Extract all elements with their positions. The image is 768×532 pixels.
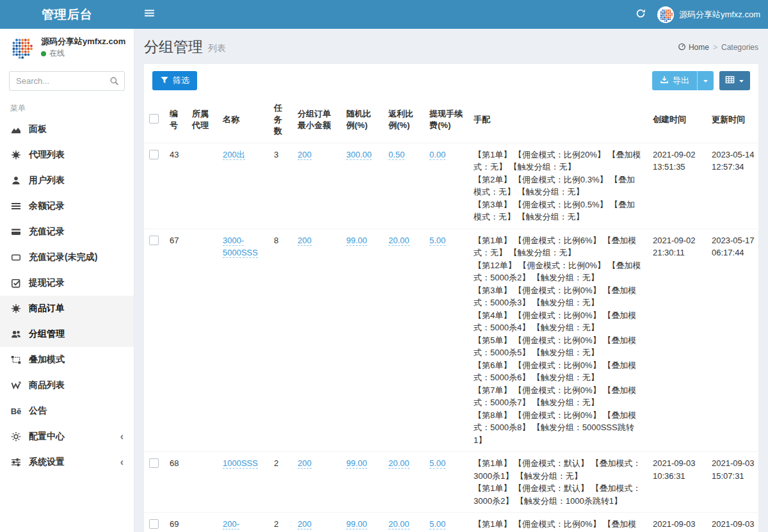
cell-rebate-ratio-link[interactable]: 20.00 [388,236,410,246]
sidebar-toggle-button[interactable] [134,0,164,29]
cell-withdraw-fee-link[interactable]: 5.00 [429,236,445,246]
column-header-2[interactable]: 名称 [218,97,269,143]
column-header-8[interactable]: 手配 [468,97,648,143]
row-checkbox[interactable] [149,150,159,159]
cell-withdraw-fee: 0.00 [424,143,468,229]
sidebar-item-label: 充值记录(未完成) [29,252,97,263]
cell-withdraw-fee-link[interactable]: 0.00 [429,150,445,160]
row-checkbox[interactable] [149,236,159,245]
config-entry: 【第1单】 【佣金模式：比例20%】 【叠加模式：无】 【触发分组：无】 [474,149,643,173]
chart-area-icon [10,124,22,134]
sidebar-item-8[interactable]: 分组管理 [0,321,134,347]
cell-name-link[interactable]: 3000-5000SSS [223,236,258,259]
select-all-checkbox[interactable] [149,114,159,124]
cell-min-amount: 200 [292,229,341,452]
sidebar-item-12[interactable]: 配置中心‹ [0,424,134,449]
cell-rebate-ratio-link[interactable]: 0.50 [388,150,404,160]
table-header-row: 编号所属代理名称任务数分组订单最小金额随机比例(%)返利比例(%)提现手续费(%… [144,97,760,143]
brand-title[interactable]: 管理后台 [0,0,134,29]
cell-rebate-ratio-link[interactable]: 20.00 [388,458,410,469]
cell-withdraw-fee-link[interactable]: 5.00 [429,458,445,469]
column-header-3[interactable]: 任务数 [269,97,292,143]
cell-config: 【第1单】 【佣金模式：默认】 【叠加模式：3000杀1】 【触发分组：无】【第… [468,452,648,513]
cell-min-amount-link[interactable]: 200 [298,458,312,469]
filter-icon [160,76,169,86]
cell-min-amount: 200 [292,452,341,513]
sidebar-item-1[interactable]: 代理列表 [0,142,134,168]
column-header-4[interactable]: 分组订单最小金额 [292,97,341,143]
cell-select [144,452,164,513]
cell-min-amount-link[interactable]: 200 [298,236,312,246]
cell-withdraw-fee-link[interactable]: 5.00 [429,519,445,529]
refresh-icon [636,8,646,21]
export-dropdown-button[interactable] [697,71,714,90]
cell-random-ratio-link[interactable]: 99.00 [346,519,367,529]
row-checkbox[interactable] [149,458,159,468]
breadcrumb-home-link[interactable]: Home [678,42,709,52]
navbar-user-menu[interactable]: 源码分享站ymfxz.com [657,6,760,23]
sidebar-item-label: 面板 [29,124,47,135]
dashboard-icon [678,42,686,52]
cell-tasks: 3 [269,143,292,229]
cell-agent [187,452,218,513]
top-navbar: 管理后台 源码分享站ymfxz.com [0,0,768,29]
cell-random-ratio: 99.00 [341,452,383,513]
sidebar-item-6[interactable]: 提现记录 [0,270,134,296]
sidebar-item-3[interactable]: 余额记录 [0,193,134,219]
cell-updated: 2023-05-14 12:57:34 [707,143,760,229]
cell-rebate-ratio-link[interactable]: 20.00 [388,519,410,529]
sidebar-item-13[interactable]: 系统设置‹ [0,449,134,475]
cell-random-ratio-link[interactable]: 300.00 [346,150,372,160]
sidebar-item-7[interactable]: 商品订单 [0,296,134,321]
cell-name-link[interactable]: 1000SSS [223,458,258,469]
sidebar-item-label: 余额记录 [29,200,65,212]
column-header-0[interactable]: 编号 [164,97,187,143]
column-header-10[interactable]: 更新时间 [707,97,760,143]
table-grid-icon [725,75,735,86]
refresh-button[interactable] [636,8,646,21]
cell-random-ratio-link[interactable]: 99.00 [346,236,367,246]
row-checkbox[interactable] [149,519,159,529]
sidebar-item-label: 商品订单 [29,303,65,314]
credit-card-outline-icon [10,252,22,262]
product-list-icon [10,380,22,391]
cell-updated: 2021-09-03 15:07:49 [707,513,760,532]
sidebar-search-input[interactable] [9,71,125,91]
breadcrumb-current: Categories [721,43,758,52]
cell-name: 3000-5000SSS [218,229,269,452]
sidebar-item-label: 提现记录 [29,277,65,289]
cell-name-link[interactable]: 200出 [223,150,245,160]
cell-min-amount-link[interactable]: 200 [298,519,312,529]
cell-rebate-ratio: 20.00 [383,513,424,532]
order-burst-icon [10,303,22,314]
column-header-9[interactable]: 创建时间 [648,97,707,143]
column-header-1[interactable]: 所属代理 [187,97,218,143]
chevron-left-icon: ‹ [120,457,124,467]
table-box: 筛选 导出 [144,64,758,532]
column-header-5[interactable]: 随机比例(%) [341,97,383,143]
cell-min-amount-link[interactable]: 200 [298,150,312,160]
cell-name-link[interactable]: 200-500SSS [223,519,253,532]
column-header-7[interactable]: 提现手续费(%) [424,97,468,143]
config-entry: 【第12单】 【佣金模式：比例0%】 【叠加模式：5000杀2】 【触发分组：无… [474,259,643,284]
config-entry: 【第3单】 【佣金模式：比例0.5%】 【叠加模式：无】 【触发分组：无】 [474,198,643,223]
filter-button[interactable]: 筛选 [152,71,197,90]
sidebar-item-9[interactable]: 叠加模式 [0,347,134,373]
cell-name: 1000SSS [218,452,269,513]
chevron-left-icon: ‹ [120,431,124,442]
export-button[interactable]: 导出 [652,71,697,90]
cell-random-ratio-link[interactable]: 99.00 [346,458,367,469]
sidebar-item-2[interactable]: 用户列表 [0,168,134,193]
column-visibility-button[interactable] [719,71,750,90]
sidebar-item-5[interactable]: 充值记录(未完成) [0,245,134,270]
sidebar-item-0[interactable]: 面板 [0,117,134,142]
sidebar-item-11[interactable]: Bē公告 [0,398,134,424]
column-header-6[interactable]: 返利比例(%) [383,97,424,143]
check-square-icon [10,278,22,288]
sidebar-item-4[interactable]: 充值记录 [0,219,134,245]
cell-updated: 2023-05-17 06:17:44 [707,229,760,452]
sidebar-item-10[interactable]: 商品列表 [0,373,134,398]
online-status-dot [41,51,46,56]
config-entry: 【第2单】 【佣金模式：比例0.3%】 【叠加模式：无】 【触发分组：无】 [474,173,643,198]
sidebar-item-label: 代理列表 [29,149,65,161]
